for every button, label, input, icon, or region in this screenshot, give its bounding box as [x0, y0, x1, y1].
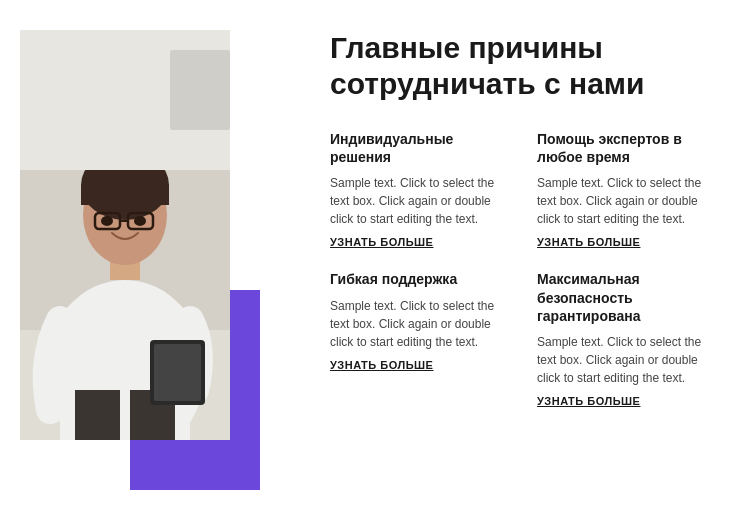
- feature-text-1: Sample text. Click to select the text bo…: [537, 174, 720, 228]
- feature-title-1: Помощь экспертов в любое время: [537, 130, 720, 166]
- svg-rect-16: [154, 344, 201, 401]
- feature-title-3: Максимальная безопасность гарантирована: [537, 270, 720, 325]
- svg-rect-18: [170, 50, 230, 130]
- svg-point-14: [134, 216, 146, 226]
- person-svg: [20, 30, 230, 440]
- learn-more-link-3[interactable]: УЗНАТЬ БОЛЬШЕ: [537, 395, 720, 407]
- person-photo: [20, 30, 230, 440]
- page-wrapper: Главные причины сотрудничать с нами Инди…: [0, 0, 750, 517]
- feature-item-0: Индивидуальные решенияSample text. Click…: [330, 130, 513, 248]
- feature-item-1: Помощь экспертов в любое времяSample tex…: [537, 130, 720, 248]
- svg-rect-9: [81, 185, 169, 205]
- right-column: Главные причины сотрудничать с нами Инди…: [310, 0, 750, 517]
- feature-title-0: Индивидуальные решения: [330, 130, 513, 166]
- learn-more-link-0[interactable]: УЗНАТЬ БОЛЬШЕ: [330, 236, 513, 248]
- features-grid: Индивидуальные решенияSample text. Click…: [330, 130, 720, 429]
- feature-item-3: Максимальная безопасность гарантированаS…: [537, 270, 720, 407]
- learn-more-link-1[interactable]: УЗНАТЬ БОЛЬШЕ: [537, 236, 720, 248]
- main-title: Главные причины сотрудничать с нами: [330, 30, 720, 102]
- feature-text-2: Sample text. Click to select the text bo…: [330, 297, 513, 351]
- left-column: [0, 0, 310, 517]
- feature-text-3: Sample text. Click to select the text bo…: [537, 333, 720, 387]
- image-container: [20, 20, 260, 490]
- learn-more-link-2[interactable]: УЗНАТЬ БОЛЬШЕ: [330, 359, 513, 371]
- feature-item-2: Гибкая поддержкаSample text. Click to se…: [330, 270, 513, 407]
- svg-rect-4: [75, 390, 120, 440]
- feature-title-2: Гибкая поддержка: [330, 270, 513, 288]
- feature-text-0: Sample text. Click to select the text bo…: [330, 174, 513, 228]
- svg-point-13: [101, 216, 113, 226]
